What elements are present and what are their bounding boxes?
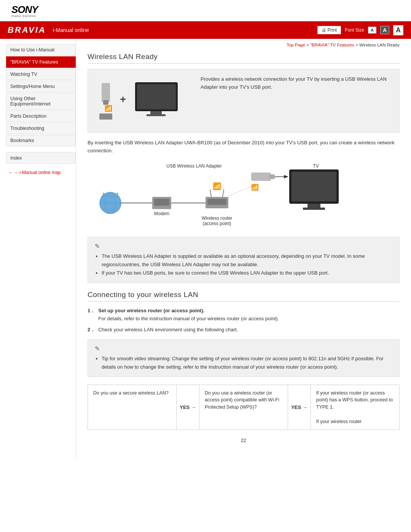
svg-rect-8: [147, 114, 166, 116]
main-layout: How to Use i-Manual "BRAVIA" TV Features…: [0, 39, 411, 459]
svg-text:+: +: [120, 93, 126, 105]
decision-question-1: Do you use a secure wireless LAN?: [93, 390, 169, 396]
info-box-text: Provides a wireless network connection f…: [201, 75, 393, 91]
svg-rect-7: [150, 111, 162, 114]
bravia-bar-left: BRAVIA i-Manual online: [8, 25, 89, 35]
print-label: Print: [328, 27, 337, 33]
svg-text:Modem: Modem: [154, 211, 169, 216]
svg-rect-36: [307, 204, 320, 208]
bravia-bar: BRAVIA i-Manual online 🖨 Print Font Size…: [0, 21, 411, 39]
svg-text:📶: 📶: [105, 105, 112, 112]
svg-text:📶: 📶: [213, 182, 221, 190]
note-box-1: ✎ The USB Wireless LAN Adapter is suppli…: [88, 237, 400, 283]
sidebar-item-watching-tv[interactable]: Watching TV: [6, 69, 76, 80]
section1-title: Wireless LAN Ready: [88, 53, 400, 64]
svg-rect-29: [251, 173, 271, 181]
bravia-bar-right: 🖨 Print Font Size A A A: [317, 25, 403, 35]
breadcrumb-top-page[interactable]: Top Page: [287, 43, 305, 47]
tip-note-box: ✎ Tip for smooth video streaming: Change…: [88, 339, 400, 377]
decision-question-2: Do you use a wireless router (or access …: [205, 390, 279, 410]
font-large-button[interactable]: A: [393, 25, 403, 35]
sidebar-item-using-other[interactable]: Using Other Equipment/Internet: [6, 93, 76, 110]
sidebar-item-parts-description[interactable]: Parts Description: [6, 110, 76, 122]
sony-tagline: make.believe: [11, 14, 400, 18]
imanual-map-link[interactable]: → → i-Manual online map: [6, 170, 76, 175]
breadcrumb-bravia-features[interactable]: "BRAVIA" TV Features: [310, 43, 354, 47]
yes-arrow-1: YES →: [180, 404, 196, 410]
step-1-num: 1．: [88, 307, 95, 323]
usb-tv-illustration: 📶 +: [94, 75, 193, 126]
svg-rect-0: [102, 83, 110, 102]
step-1: 1． Set up your wireless router (or acces…: [88, 307, 400, 323]
svg-rect-3: [99, 113, 112, 120]
sidebar-item-bravia-tv-features[interactable]: "BRAVIA" TV Features: [6, 56, 76, 68]
bravia-title: BRAVIA: [8, 25, 46, 35]
svg-rect-1: [103, 100, 108, 105]
content-area: Top Page > "BRAVIA" TV Features > Wirele…: [76, 39, 411, 459]
sidebar-item-index[interactable]: Index: [6, 152, 76, 164]
sidebar-nav: How to Use i-Manual "BRAVIA" TV Features…: [6, 44, 76, 146]
decision-cell-2: Do you use a wireless router (or access …: [199, 385, 288, 430]
usb-tv-svg: 📶 +: [94, 75, 185, 125]
bravia-subtitle: i-Manual online: [53, 27, 89, 33]
breadcrumb-sep1: >: [306, 43, 310, 47]
sony-logo: SONY make.believe: [11, 5, 400, 18]
sidebar-item-settings-home-menu[interactable]: Settings/Home Menu: [6, 81, 76, 92]
sidebar-index: Index: [6, 152, 76, 164]
svg-rect-6: [137, 84, 176, 109]
top-bar: SONY make.believe: [0, 0, 411, 21]
decision-info-2: If your wireless router: [316, 418, 394, 425]
svg-text:(access point): (access point): [203, 221, 231, 226]
step-2-num: 2．: [88, 326, 95, 334]
decision-info-1: If your wireless router (or access point…: [316, 390, 394, 411]
info-box: 📶 + Provides a wireless network connecti…: [88, 69, 400, 133]
font-small-button[interactable]: A: [368, 27, 376, 34]
decision-cell-3: If your wireless router (or access point…: [311, 385, 399, 430]
svg-rect-30: [269, 174, 275, 179]
page-number: 22: [88, 430, 400, 447]
svg-line-24: [210, 189, 211, 197]
step-2: 2． Check your wireless LAN environment u…: [88, 326, 400, 334]
svg-text:Wireless router: Wireless router: [202, 216, 233, 221]
network-diagram: USB Wireless LAN Adapter TV Internet Mod…: [88, 162, 400, 232]
body-text-1: By inserting the USB Wireless LAN Adapte…: [88, 139, 400, 155]
tip-icon: ✎: [95, 345, 392, 352]
tip-note-1: Tip for smooth video streaming: Change t…: [102, 355, 392, 371]
sidebar: How to Use i-Manual "BRAVIA" TV Features…: [0, 39, 76, 459]
breadcrumb-current: Wireless LAN Ready: [359, 43, 400, 47]
sidebar-item-troubleshooting[interactable]: Troubleshooting: [6, 123, 76, 134]
decision-arrow-2: YES →: [288, 385, 311, 430]
breadcrumb: Top Page > "BRAVIA" TV Features > Wirele…: [88, 43, 400, 47]
decision-chart: Do you use a secure wireless LAN? YES → …: [88, 385, 400, 430]
print-icon: 🖨: [322, 27, 326, 33]
svg-text:📶: 📶: [251, 184, 259, 191]
yes-arrow-2: YES →: [291, 404, 307, 410]
svg-text:USB Wireless LAN Adapter: USB Wireless LAN Adapter: [166, 163, 221, 169]
section2-title: Connecting to your wireless LAN: [88, 291, 400, 302]
step-2-body: Check your wireless LAN environment usin…: [98, 326, 238, 334]
decision-cell-1: Do you use a secure wireless LAN?: [88, 385, 177, 430]
svg-text:TV: TV: [313, 163, 319, 169]
notes-list-1: The USB Wireless LAN Adapter is supplied…: [95, 252, 392, 277]
note-item-1: The USB Wireless LAN Adapter is supplied…: [102, 252, 392, 269]
print-button[interactable]: 🖨 Print: [317, 26, 341, 34]
arrow-icon: →: [8, 170, 12, 175]
svg-rect-19: [154, 199, 169, 206]
steps-list: 1． Set up your wireless router (or acces…: [88, 307, 400, 334]
decision-arrow-1: YES →: [177, 385, 199, 430]
sidebar-item-how-to-use[interactable]: How to Use i-Manual: [6, 44, 76, 56]
network-svg: USB Wireless LAN Adapter TV Internet Mod…: [88, 162, 354, 230]
tip-notes-list: Tip for smooth video streaming: Change t…: [95, 355, 392, 371]
sidebar-item-bookmarks[interactable]: Bookmarks: [6, 135, 76, 146]
font-size-label: Font Size: [345, 27, 364, 33]
svg-rect-35: [292, 172, 336, 201]
svg-line-25: [223, 189, 224, 197]
map-link-label: → i-Manual online map: [14, 170, 61, 175]
note-item-2: If your TV has two USB ports, be sure to…: [102, 269, 392, 277]
font-medium-button[interactable]: A: [380, 26, 389, 34]
sony-text: SONY: [11, 5, 400, 14]
svg-rect-23: [207, 199, 226, 205]
note-icon-1: ✎: [95, 243, 392, 250]
svg-rect-37: [303, 208, 325, 210]
step-1-body: Set up your wireless router (or access p…: [98, 307, 279, 323]
